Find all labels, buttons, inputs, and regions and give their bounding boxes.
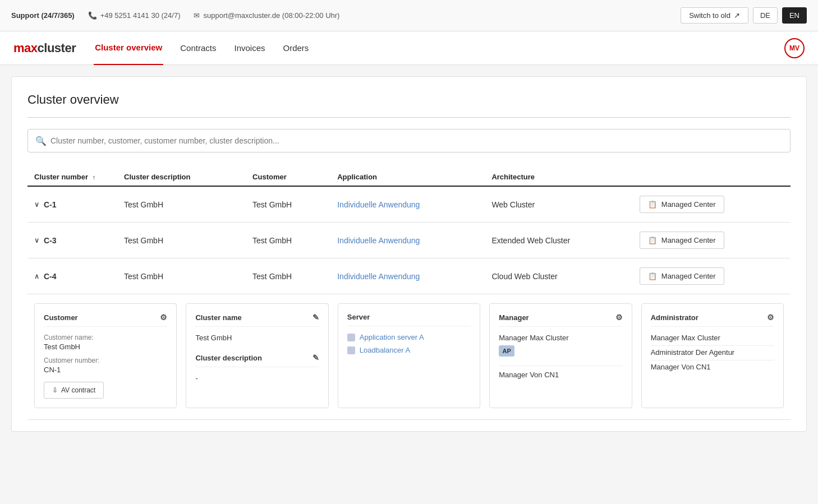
managed-center-icon: 📋 <box>648 272 657 280</box>
logo: maxcluster <box>13 41 76 56</box>
nav-bar: maxcluster Cluster overview Contracts In… <box>0 31 818 65</box>
customer-number-label: Customer number: <box>44 357 167 364</box>
nav-link-cluster-overview[interactable]: Cluster overview <box>94 31 163 65</box>
managed-center-icon: 📋 <box>648 200 657 209</box>
cluster-name-card-header: Cluster name ✎ <box>195 313 319 327</box>
top-bar-right: Switch to old ↗ DE EN <box>681 7 807 24</box>
avatar[interactable]: MV <box>784 38 805 58</box>
manager-card-header: Manager ⚙ <box>499 313 622 327</box>
cluster-table: Cluster number ↑ Cluster description Cus… <box>27 168 791 420</box>
main-content: Cluster overview 🔍 Cluster number ↑ Clus… <box>11 76 807 432</box>
table-row: ∨ C-1 Test GmbH Test GmbH Individuelle A… <box>27 186 791 223</box>
cluster-id: C-3 <box>44 236 57 245</box>
cluster-id: C-4 <box>44 272 57 281</box>
cluster-name-card: Cluster name ✎ Test GmbH Cluster descrip… <box>186 303 328 408</box>
chevron-down-icon[interactable]: ∨ <box>34 237 39 244</box>
customer-c1: Test GmbH <box>246 186 330 223</box>
table-row: ∨ C-3 Test GmbH Test GmbH Individuelle A… <box>27 223 791 258</box>
nav-item-cluster-overview[interactable]: Cluster overview <box>94 31 163 65</box>
table-header-row: Cluster number ↑ Cluster description Cus… <box>27 168 791 186</box>
manager-von: Manager Von CN1 <box>499 371 622 379</box>
managed-center-label: Managed Center <box>661 272 716 280</box>
col-customer: Customer <box>246 168 330 186</box>
server-card: Server Application server A Loadbalancer… <box>338 303 480 408</box>
customer-name-value: Test GmbH <box>44 343 167 351</box>
managed-center-label: Managed Center <box>661 200 716 209</box>
application-c3: Individuelle Anwendung <box>330 223 485 258</box>
admin-name-1: Manager Max Cluster <box>651 334 774 342</box>
col-action <box>633 168 791 186</box>
nav-link-orders[interactable]: Orders <box>282 31 310 65</box>
cluster-desc-c1: Test GmbH <box>117 186 246 223</box>
customer-number-value: CN-1 <box>44 366 167 374</box>
admin-name-3: Manager Von CN1 <box>651 363 774 371</box>
search-container: 🔍 <box>27 129 791 152</box>
server-item[interactable]: Application server A <box>347 333 471 341</box>
architecture-c3: Extended Web Cluster <box>485 223 632 258</box>
support-label: Support (24/7/365) <box>11 11 75 20</box>
email-address: support@maxcluster.de (08:00-22:00 Uhr) <box>203 11 339 20</box>
manager-card: Manager ⚙ Manager Max Cluster AP Manager… <box>489 303 632 408</box>
expanded-panel-cell: Customer ⚙ Customer name: Test GmbH Cust… <box>27 294 791 420</box>
nav-item-orders[interactable]: Orders <box>282 31 310 65</box>
architecture-c4: Cloud Web Cluster <box>485 258 632 294</box>
nav-link-contracts[interactable]: Contracts <box>179 31 217 65</box>
expanded-panel: Customer ⚙ Customer name: Test GmbH Cust… <box>27 294 791 410</box>
cluster-desc-title: Cluster description <box>195 354 261 362</box>
cluster-desc-value: - <box>195 374 319 382</box>
manager-name: Manager Max Cluster <box>499 334 622 342</box>
gear-icon[interactable]: ⚙ <box>160 313 167 322</box>
chevron-down-icon[interactable]: ∨ <box>34 201 39 209</box>
customer-card-title: Customer <box>44 313 78 322</box>
nav-item-invoices[interactable]: Invoices <box>233 31 266 65</box>
page-title: Cluster overview <box>27 93 791 107</box>
customer-name-label: Customer name: <box>44 334 167 341</box>
cluster-desc-card-header: Cluster description ✎ <box>195 353 319 367</box>
expanded-panel-row: Customer ⚙ Customer name: Test GmbH Cust… <box>27 294 791 420</box>
cluster-desc-c3: Test GmbH <box>117 223 246 258</box>
server-item[interactable]: Loadbalancer A <box>347 346 471 354</box>
cluster-name-value: Test GmbH <box>195 334 319 342</box>
admin-card-header: Administrator ⚙ <box>651 313 774 327</box>
gear-icon[interactable]: ⚙ <box>615 313 623 322</box>
cluster-id: C-1 <box>44 200 57 209</box>
search-input[interactable] <box>27 129 791 152</box>
col-application: Application <box>330 168 485 186</box>
switch-to-old-button[interactable]: Switch to old ↗ <box>681 7 748 24</box>
switch-old-label: Switch to old <box>689 11 730 20</box>
customer-c4: Test GmbH <box>246 258 330 294</box>
admin-divider <box>651 345 774 346</box>
cluster-desc-c4: Test GmbH <box>117 258 246 294</box>
lang-de-button[interactable]: DE <box>753 7 778 24</box>
managed-center-button-c3[interactable]: 📋 Managed Center <box>640 232 724 249</box>
admin-card-title: Administrator <box>651 313 698 322</box>
manager-card-title: Manager <box>499 313 529 322</box>
application-c1: Individuelle Anwendung <box>330 186 485 223</box>
admin-divider <box>651 360 774 360</box>
av-contract-button[interactable]: ⇩ AV contract <box>44 382 104 399</box>
col-architecture: Architecture <box>485 168 632 186</box>
managed-center-button-c1[interactable]: 📋 Managed Center <box>640 196 724 213</box>
managed-center-label: Managed Center <box>661 236 716 244</box>
nav-link-invoices[interactable]: Invoices <box>233 31 266 65</box>
phone-icon: 📞 <box>88 11 97 20</box>
chevron-up-icon[interactable]: ∧ <box>34 272 39 280</box>
action-c4: 📋 Managed Center <box>633 258 791 294</box>
server-card-title: Server <box>347 313 370 321</box>
managed-center-button-c4[interactable]: 📋 Managed Center <box>640 267 724 285</box>
nav-item-contracts[interactable]: Contracts <box>179 31 217 65</box>
admin-card: Administrator ⚙ Manager Max Cluster Admi… <box>641 303 784 408</box>
divider <box>27 117 791 118</box>
lang-en-button[interactable]: EN <box>782 7 807 24</box>
cluster-name-title: Cluster name <box>195 313 241 322</box>
edit-icon[interactable]: ✎ <box>313 353 319 362</box>
managed-center-icon: 📋 <box>648 236 657 244</box>
server-icon <box>347 346 355 354</box>
manager-divider <box>499 366 622 366</box>
logo-cluster: cluster <box>38 41 76 55</box>
server-card-header: Server <box>347 313 471 326</box>
gear-icon[interactable]: ⚙ <box>767 313 774 322</box>
edit-icon[interactable]: ✎ <box>313 313 319 322</box>
search-icon: 🔍 <box>35 136 47 146</box>
col-cluster-number[interactable]: Cluster number ↑ <box>27 168 117 186</box>
